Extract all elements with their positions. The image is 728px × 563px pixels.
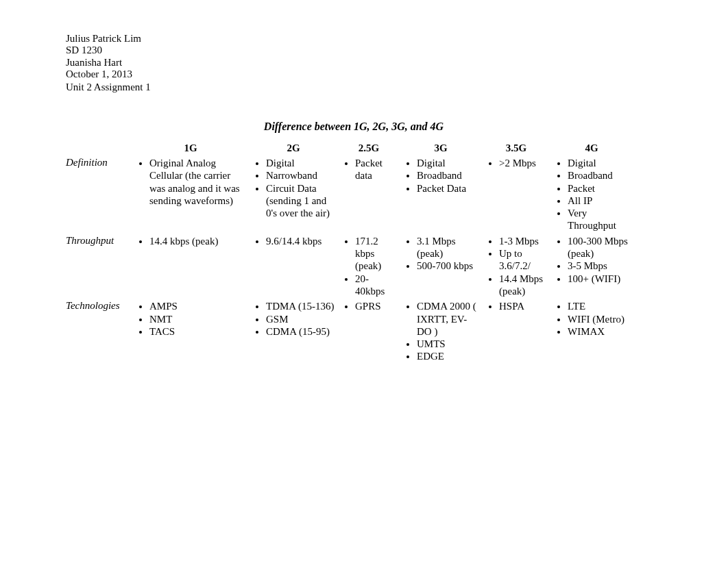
cell-list: 171.2 kbps (peak)20-40kbps bbox=[340, 235, 398, 297]
row-label: Definition bbox=[66, 157, 134, 235]
list-item: Very Throughput bbox=[568, 207, 631, 232]
table-cell: CDMA 2000 ( IXRTT, EV-DO )UMTSEDGE bbox=[402, 300, 484, 365]
cell-list: DigitalBroadbandPacket Data bbox=[402, 157, 480, 195]
table-cell: HSPA bbox=[484, 300, 553, 365]
table-cell: 171.2 kbps (peak)20-40kbps bbox=[340, 235, 402, 300]
table-header-row: 1G 2G 2.5G 3G 3.5G 4G bbox=[66, 142, 635, 157]
course-code: SD 1230 bbox=[66, 45, 728, 56]
author-name: Julius Patrick Lim bbox=[66, 33, 728, 45]
table-cell: DigitalNarrowbandCircuit Data (sending 1… bbox=[251, 157, 340, 235]
list-item: >2 Mbps bbox=[499, 157, 548, 169]
list-item: Narrowband bbox=[266, 169, 336, 182]
table-cell: 14.4 kbps (peak) bbox=[134, 235, 251, 300]
cell-list: Packet data bbox=[340, 157, 398, 182]
list-item: Digital bbox=[266, 157, 336, 169]
list-item: 500-700 kbps bbox=[417, 260, 480, 272]
list-item: Packet bbox=[568, 182, 631, 195]
cell-list: 14.4 kbps (peak) bbox=[134, 235, 247, 247]
col-25g: 2.5G bbox=[340, 142, 402, 157]
list-item: 100+ (WIFI) bbox=[568, 273, 631, 285]
list-item: TDMA (15-136) bbox=[266, 300, 336, 312]
list-item: Up to 3.6/7.2/ bbox=[499, 247, 548, 273]
cell-list: HSPA bbox=[484, 300, 548, 312]
cell-list: CDMA 2000 ( IXRTT, EV-DO )UMTSEDGE bbox=[402, 300, 480, 362]
list-item: CDMA 2000 ( IXRTT, EV-DO ) bbox=[417, 300, 480, 338]
list-item: Original Analog Cellular (the carrier wa… bbox=[149, 157, 247, 207]
cell-list: TDMA (15-136)GSMCDMA (15-95) bbox=[251, 300, 336, 338]
assignment-title: Unit 2 Assignment 1 bbox=[66, 82, 728, 93]
list-item: LTE bbox=[568, 300, 631, 312]
table-row: TechnologiesAMPSNMTTACSTDMA (15-136)GSMC… bbox=[66, 300, 635, 365]
table-cell: Packet data bbox=[340, 157, 402, 235]
col-4g: 4G bbox=[553, 142, 635, 157]
table-cell: Original Analog Cellular (the carrier wa… bbox=[134, 157, 251, 235]
table-cell: LTEWIFI (Metro)WIMAX bbox=[553, 300, 635, 365]
list-item: 3-5 Mbps bbox=[568, 260, 631, 272]
table-cell: >2 Mbps bbox=[484, 157, 553, 235]
cell-list: >2 Mbps bbox=[484, 157, 548, 169]
cell-list: Original Analog Cellular (the carrier wa… bbox=[134, 157, 247, 207]
comparison-table: 1G 2G 2.5G 3G 3.5G 4G DefinitionOriginal… bbox=[66, 142, 635, 366]
cell-list: 9.6/14.4 kbps bbox=[251, 235, 336, 247]
list-item: 1-3 Mbps bbox=[499, 235, 548, 247]
list-item: EDGE bbox=[417, 350, 480, 362]
table-cell: DigitalBroadbandPacket Data bbox=[402, 157, 484, 235]
list-item: 100-300 Mbps (peak) bbox=[568, 235, 631, 260]
document-title: Difference between 1G, 2G, 3G, and 4G bbox=[66, 121, 642, 133]
table-row: Throughput14.4 kbps (peak)9.6/14.4 kbps1… bbox=[66, 235, 635, 300]
col-3g: 3G bbox=[402, 142, 484, 157]
list-item: 9.6/14.4 kbps bbox=[266, 235, 336, 247]
col-2g: 2G bbox=[251, 142, 340, 157]
table-cell: TDMA (15-136)GSMCDMA (15-95) bbox=[251, 300, 340, 365]
cell-list: LTEWIFI (Metro)WIMAX bbox=[553, 300, 631, 338]
table-cell: 100-300 Mbps (peak)3-5 Mbps100+ (WIFI) bbox=[553, 235, 635, 300]
list-item: AMPS bbox=[149, 300, 247, 312]
date: October 1, 2013 bbox=[66, 68, 728, 80]
col-1g: 1G bbox=[134, 142, 251, 157]
list-item: WIMAX bbox=[568, 325, 631, 338]
list-item: GPRS bbox=[355, 300, 398, 312]
list-item: HSPA bbox=[499, 300, 548, 312]
list-item: Broadband bbox=[568, 169, 631, 182]
list-item: UMTS bbox=[417, 338, 480, 350]
list-item: Packet data bbox=[355, 157, 398, 182]
list-item: Packet Data bbox=[417, 182, 480, 195]
list-item: Digital bbox=[568, 157, 631, 169]
list-item: 14.4 kbps (peak) bbox=[149, 235, 247, 247]
instructor: Juanisha Hart bbox=[66, 57, 728, 68]
list-item: CDMA (15-95) bbox=[266, 325, 336, 338]
list-item: All IP bbox=[568, 195, 631, 207]
list-item: 171.2 kbps (peak) bbox=[355, 235, 398, 273]
list-item: Digital bbox=[417, 157, 480, 169]
table-cell: 1-3 MbpsUp to 3.6/7.2/14.4 Mbps (peak) bbox=[484, 235, 553, 300]
table-cell: 3.1 Mbps (peak)500-700 kbps bbox=[402, 235, 484, 300]
cell-list: 3.1 Mbps (peak)500-700 kbps bbox=[402, 235, 480, 273]
list-item: WIFI (Metro) bbox=[568, 313, 631, 325]
list-item: GSM bbox=[266, 313, 336, 325]
cell-list: DigitalBroadbandPacketAll IPVery Through… bbox=[553, 157, 631, 232]
table-row: DefinitionOriginal Analog Cellular (the … bbox=[66, 157, 635, 235]
list-item: TACS bbox=[149, 325, 247, 338]
table-cell: GPRS bbox=[340, 300, 402, 365]
list-item: 20-40kbps bbox=[355, 273, 398, 298]
table-cell: AMPSNMTTACS bbox=[134, 300, 251, 365]
col-35g: 3.5G bbox=[484, 142, 553, 157]
row-label: Throughput bbox=[66, 235, 134, 300]
list-item: 3.1 Mbps (peak) bbox=[417, 235, 480, 260]
list-item: NMT bbox=[149, 313, 247, 325]
table-cell: 9.6/14.4 kbps bbox=[251, 235, 340, 300]
cell-list: 100-300 Mbps (peak)3-5 Mbps100+ (WIFI) bbox=[553, 235, 631, 285]
row-label: Technologies bbox=[66, 300, 134, 365]
table-cell: DigitalBroadbandPacketAll IPVery Through… bbox=[553, 157, 635, 235]
list-item: 14.4 Mbps (peak) bbox=[499, 273, 548, 298]
cell-list: GPRS bbox=[340, 300, 398, 312]
cell-list: AMPSNMTTACS bbox=[134, 300, 247, 338]
cell-list: 1-3 MbpsUp to 3.6/7.2/14.4 Mbps (peak) bbox=[484, 235, 548, 297]
cell-list: DigitalNarrowbandCircuit Data (sending 1… bbox=[251, 157, 336, 219]
list-item: Broadband bbox=[417, 169, 480, 182]
list-item: Circuit Data (sending 1 and 0's over the… bbox=[266, 182, 336, 220]
